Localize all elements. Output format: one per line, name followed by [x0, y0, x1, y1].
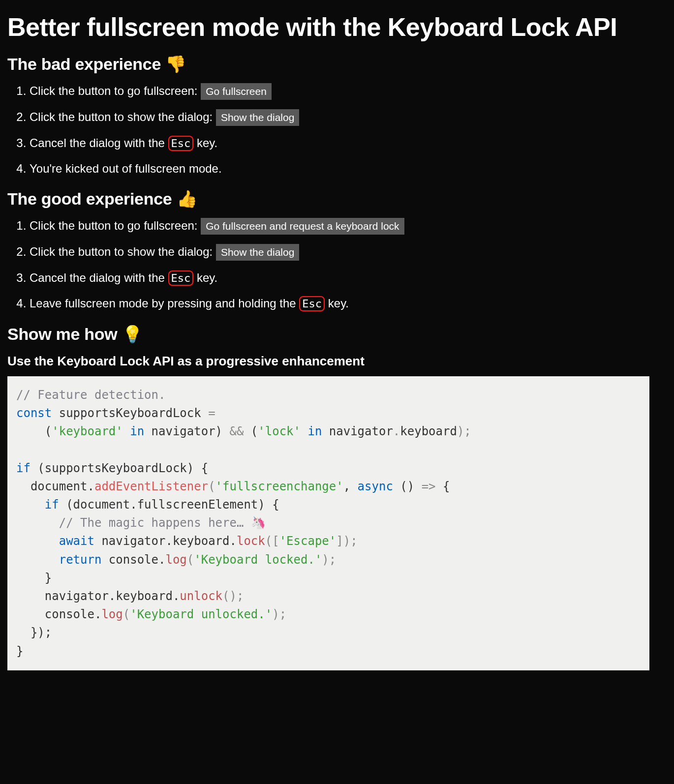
good-experience-list: Click the button to go fullscreen: Go fu… [7, 217, 667, 312]
step-text: Click the button to go fullscreen: [30, 84, 201, 97]
code-punct: = [208, 406, 215, 420]
code-comment: // Feature detection. [16, 388, 165, 402]
code-text: navigator.keyboard. [94, 534, 237, 548]
list-item: Click the button to show the dialog: Sho… [30, 109, 667, 126]
step-text: key. [193, 271, 217, 284]
code-punct: ( [208, 480, 215, 493]
code-punct: ); [457, 424, 471, 438]
step-text: Cancel the dialog with the [30, 136, 168, 150]
code-text: keyboard [400, 424, 457, 438]
code-text [16, 553, 59, 567]
go-fullscreen-button[interactable]: Go fullscreen [201, 83, 272, 100]
list-item: Leave fullscreen mode by pressing and ho… [30, 295, 667, 312]
code-text: }); [16, 626, 52, 639]
code-text: document. [16, 480, 94, 493]
good-experience-heading: The good experience 👍 [7, 189, 667, 209]
code-keyword: if [45, 498, 59, 512]
page-title: Better fullscreen mode with the Keyboard… [7, 12, 667, 42]
esc-key: Esc [168, 271, 194, 286]
code-keyword: const [16, 406, 52, 420]
list-item: Cancel the dialog with the Esc key. [30, 135, 667, 151]
code-punct: ( [187, 553, 194, 567]
code-method: lock [237, 534, 265, 548]
code-punct: (); [222, 589, 244, 603]
step-text: Click the button to show the dialog: [30, 110, 216, 123]
code-text: () [393, 480, 422, 493]
code-keyword: return [59, 553, 102, 567]
code-string: 'Keyboard unlocked.' [130, 607, 272, 621]
code-string: 'lock' [258, 424, 301, 438]
code-punct: && [230, 424, 244, 438]
code-keyword: async [358, 480, 393, 493]
code-text [16, 498, 45, 512]
code-keyword: if [16, 461, 31, 475]
esc-key: Esc [168, 136, 194, 151]
list-item: Click the button to go fullscreen: Go fu… [30, 217, 667, 235]
code-text: } [16, 571, 52, 585]
show-me-how-heading: Show me how 💡 [7, 324, 667, 344]
code-text: ( [16, 424, 52, 438]
subheading: Use the Keyboard Lock API as a progressi… [7, 354, 667, 369]
list-item: Click the button to go fullscreen: Go fu… [30, 83, 667, 100]
code-text: , [343, 480, 358, 493]
code-method: unlock [180, 589, 222, 603]
code-text: ( [244, 424, 258, 438]
code-text [16, 534, 59, 548]
code-text: } [16, 644, 23, 658]
step-text: Click the button to show the dialog: [30, 245, 216, 258]
code-text [16, 516, 59, 530]
show-dialog-button[interactable]: Show the dialog [216, 109, 299, 126]
code-text: { [436, 480, 450, 493]
code-block: // Feature detection. const supportsKeyb… [7, 376, 649, 670]
code-text: ) [215, 424, 230, 438]
code-text: (supportsKeyboardLock) { [31, 461, 208, 475]
code-text: console. [16, 607, 101, 621]
go-fullscreen-lock-button[interactable]: Go fullscreen and request a keyboard loc… [201, 218, 404, 235]
show-dialog-button[interactable]: Show the dialog [216, 244, 299, 261]
code-method: log [101, 607, 123, 621]
code-string: 'Keyboard locked.' [194, 553, 322, 567]
list-item: You're kicked out of fullscreen mode. [30, 160, 667, 177]
code-string: 'fullscreenchange' [215, 480, 343, 493]
code-string: 'Escape' [279, 534, 337, 548]
code-text: console. [101, 553, 165, 567]
code-text: navigator [329, 424, 393, 438]
step-text: key. [325, 297, 349, 310]
esc-key: Esc [299, 296, 325, 311]
bad-experience-list: Click the button to go fullscreen: Go fu… [7, 83, 667, 177]
step-text: Leave fullscreen mode by pressing and ho… [30, 297, 299, 310]
step-text: Click the button to go fullscreen: [30, 219, 201, 232]
code-text: navigator.keyboard. [16, 589, 180, 603]
code-punct: ); [272, 607, 286, 621]
code-punct: . [393, 424, 400, 438]
code-method: addEventListener [94, 480, 208, 493]
code-keyword: in [301, 424, 329, 438]
code-comment: // The magic happens here… 🦄 [59, 516, 266, 530]
code-keyword: await [59, 534, 94, 548]
code-keyword: in [123, 424, 152, 438]
step-text: key. [193, 136, 217, 150]
code-punct: ([ [265, 534, 279, 548]
code-text: navigator [152, 424, 215, 438]
list-item: Click the button to show the dialog: Sho… [30, 243, 667, 261]
code-punct: ); [322, 553, 336, 567]
code-text: supportsKeyboardLock [52, 406, 208, 420]
list-item: Cancel the dialog with the Esc key. [30, 270, 667, 286]
step-text: Cancel the dialog with the [30, 271, 168, 284]
code-punct: => [422, 480, 436, 493]
code-punct: ]); [336, 534, 357, 548]
code-punct: ( [123, 607, 130, 621]
bad-experience-heading: The bad experience 👎 [7, 54, 667, 74]
code-method: log [165, 553, 186, 567]
code-string: 'keyboard' [52, 424, 123, 438]
code-text: (document.fullscreenElement) { [59, 498, 279, 512]
